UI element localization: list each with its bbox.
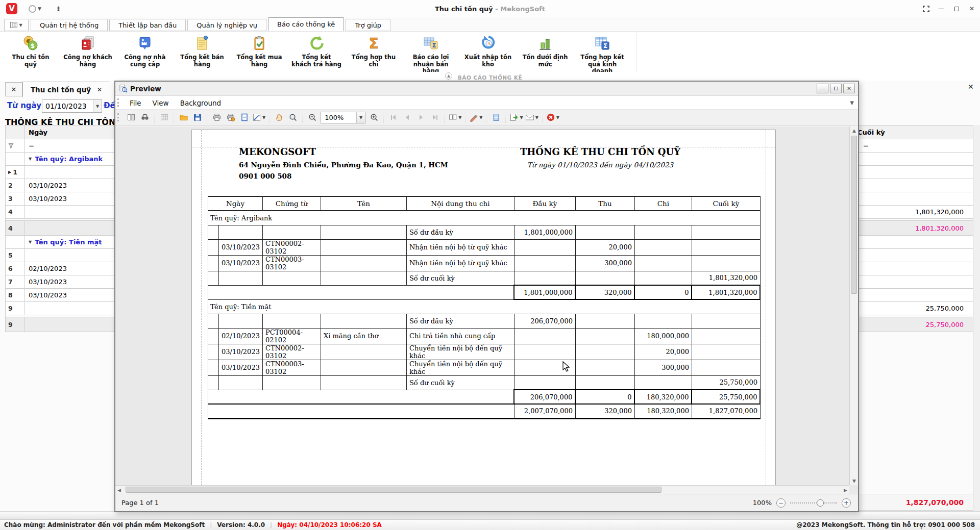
cell-date[interactable]: 03/10/2023 — [24, 179, 114, 192]
previous-page-button[interactable] — [400, 111, 414, 124]
cell-date[interactable] — [24, 206, 114, 218]
ribbon-button-purchase-clipboard[interactable]: Tổng kết mua hàng — [231, 32, 288, 75]
cell-date[interactable]: 03/10/2023 — [24, 289, 114, 301]
ribbon-button-sales-note[interactable]: Tổng kết bán hàng — [174, 32, 231, 75]
cell-cuoi-ky[interactable] — [859, 262, 973, 275]
zoom-out-button[interactable] — [305, 111, 319, 124]
watermark-button[interactable] — [489, 111, 503, 124]
cell-cuoi-ky[interactable] — [859, 275, 973, 288]
cell-date[interactable] — [24, 166, 114, 179]
profile-circle-icon[interactable] — [29, 5, 36, 13]
background-grid-left[interactable]: Ngày=▼Tên quỹ: Argibank▶1203/10/2023303/… — [5, 125, 114, 332]
app-menu-button[interactable]: ▼ — [4, 19, 29, 31]
zoom-in-icon[interactable]: + — [842, 498, 851, 508]
preview-titlebar[interactable]: Preview — ✕ — [115, 82, 858, 96]
ribbon-button-customer-debt[interactable]: Công nợ khách hàng — [59, 32, 116, 75]
cell-date[interactable]: 03/10/2023 — [24, 275, 114, 288]
from-date-input[interactable]: 01/10/2023 ▼ — [42, 99, 102, 113]
column-header-cuoi-ky[interactable]: Cuối kỳ — [859, 125, 973, 139]
scale-button[interactable]: ▼ — [251, 111, 266, 124]
chevron-down-icon[interactable]: ▼ — [38, 6, 41, 11]
cell-date[interactable] — [24, 249, 114, 262]
ribbon-button-sigma[interactable]: ΣTổng hợp thu chi — [345, 32, 402, 75]
ribbon-button-supplier-debt[interactable]: Công nợ nhà cung cấp — [116, 32, 174, 75]
exit-preview-button[interactable]: ▼ — [545, 111, 560, 124]
zoom-slider-knob[interactable] — [817, 499, 824, 507]
open-button[interactable] — [177, 111, 190, 124]
customize-layout-button[interactable] — [124, 111, 138, 124]
page-setup-button[interactable] — [237, 111, 251, 124]
preview-maximize-button[interactable] — [830, 84, 842, 93]
cell-cuoi-ky[interactable] — [859, 249, 973, 262]
cell-date[interactable] — [24, 302, 114, 315]
ribbon-tab-4[interactable]: Báo cáo thống kê — [268, 17, 344, 31]
cell-date[interactable]: 03/10/2023 — [24, 192, 114, 205]
pin-toolbar-icon[interactable]: ⇟ — [56, 5, 61, 13]
export-document-button[interactable]: ▼ — [508, 111, 524, 124]
ribbon-button-coins[interactable]: €$Thu chi tồn quỹ — [2, 32, 59, 75]
page-color-button[interactable]: ▼ — [468, 111, 483, 124]
collapse-group-icon[interactable]: ▼ — [29, 157, 32, 161]
background-grid-right[interactable]: Cuối kỳ=1,801,320,0001,801,320,00025,750… — [859, 125, 973, 332]
filter-operator[interactable]: = — [859, 139, 973, 152]
quick-print-button[interactable] — [224, 111, 237, 124]
ribbon-button-low-stock-chart[interactable]: Tồn dưới định mức — [517, 32, 574, 75]
magnifier-button[interactable] — [286, 111, 300, 124]
preview-horizontal-scrollbar[interactable]: ◀ ▶ — [115, 485, 849, 494]
zoom-dropdown-icon[interactable]: ▼ — [356, 112, 365, 123]
cell-cuoi-ky[interactable] — [859, 289, 973, 301]
ribbon-button-inventory-sync[interactable]: Xuất nhập tồn kho — [459, 32, 517, 75]
close-button[interactable]: ✕ — [968, 5, 976, 13]
preview-minimize-button[interactable]: — — [817, 84, 828, 93]
search-button[interactable] — [138, 111, 152, 124]
column-header-ngay[interactable]: Ngày — [24, 125, 114, 139]
zoom-slider[interactable] — [790, 502, 837, 503]
menu-file[interactable]: File — [124, 99, 147, 107]
close-all-tabs-button[interactable]: ✕ — [5, 82, 22, 96]
calendar-dropdown-icon[interactable]: ▼ — [93, 100, 102, 112]
document-tab-thu-chi-ton-quy[interactable]: Thu chi tồn quỹ ✕ — [22, 82, 110, 97]
last-page-button[interactable] — [428, 111, 442, 124]
cell-cuoi-ky[interactable]: 1,801,320,000 — [859, 206, 973, 218]
table-options-button[interactable] — [157, 111, 171, 124]
preview-vertical-scrollbar[interactable]: ▲ ▼ — [849, 127, 858, 485]
collapse-group-icon[interactable]: ▼ — [29, 240, 32, 244]
scrollbar-thumb[interactable] — [851, 136, 857, 294]
menu-view[interactable]: View — [147, 99, 175, 107]
cell-cuoi-ky[interactable] — [859, 179, 973, 192]
print-button[interactable] — [210, 111, 224, 124]
ribbon-button-business-table[interactable]: ΣTổng hợp kết quả kinh doanh — [574, 32, 631, 75]
hand-tool-button[interactable] — [272, 111, 286, 124]
ribbon-tab-2[interactable]: Thiết lập ban đầu — [109, 19, 186, 31]
toolbar-overflow-icon[interactable]: ▼ — [850, 100, 854, 106]
ribbon-tab-1[interactable]: Quản trị hệ thống — [31, 19, 108, 31]
zoom-in-button[interactable] — [367, 111, 381, 124]
cell-cuoi-ky[interactable] — [859, 166, 973, 179]
app-logo[interactable]: V — [6, 3, 17, 14]
scrollbar-thumb[interactable] — [126, 487, 662, 493]
save-button[interactable] — [190, 111, 204, 124]
fullscreen-icon[interactable] — [922, 5, 930, 13]
cell-cuoi-ky[interactable]: 25,750,000 — [859, 302, 973, 315]
first-page-button[interactable] — [386, 111, 400, 124]
panel-close-icon[interactable]: ✕ — [968, 83, 974, 91]
zoom-combobox[interactable]: 100% ▼ — [321, 112, 365, 123]
zoom-out-icon[interactable]: − — [776, 498, 786, 508]
next-page-button[interactable] — [414, 111, 428, 124]
cell-cuoi-ky[interactable] — [859, 192, 973, 205]
preview-close-button[interactable]: ✕ — [843, 84, 855, 93]
ribbon-button-profit-table[interactable]: ΣBáo cáo lợi nhuận bán hàng — [402, 32, 459, 75]
ribbon-tab-5[interactable]: Trợ giúp — [346, 19, 390, 31]
filter-operator[interactable]: = — [24, 139, 114, 152]
cell-date[interactable]: 02/10/2023 — [24, 262, 114, 275]
minimize-button[interactable]: — — [937, 5, 945, 13]
grid-vertical-scrollbar[interactable] — [973, 125, 980, 511]
ribbon-button-returns-arrow[interactable]: Tổng kết khách trả hàng — [288, 32, 345, 75]
send-email-button[interactable]: ▼ — [524, 111, 540, 124]
menu-background[interactable]: Background — [175, 99, 227, 107]
multiple-pages-button[interactable]: ▼ — [447, 111, 462, 124]
ribbon-tab-3[interactable]: Quản lý nghiệp vụ — [187, 19, 266, 31]
ribbon-collapse-icon[interactable]: ▲ — [445, 72, 452, 80]
restore-button[interactable] — [952, 5, 961, 13]
tab-close-icon[interactable]: ✕ — [97, 86, 102, 93]
